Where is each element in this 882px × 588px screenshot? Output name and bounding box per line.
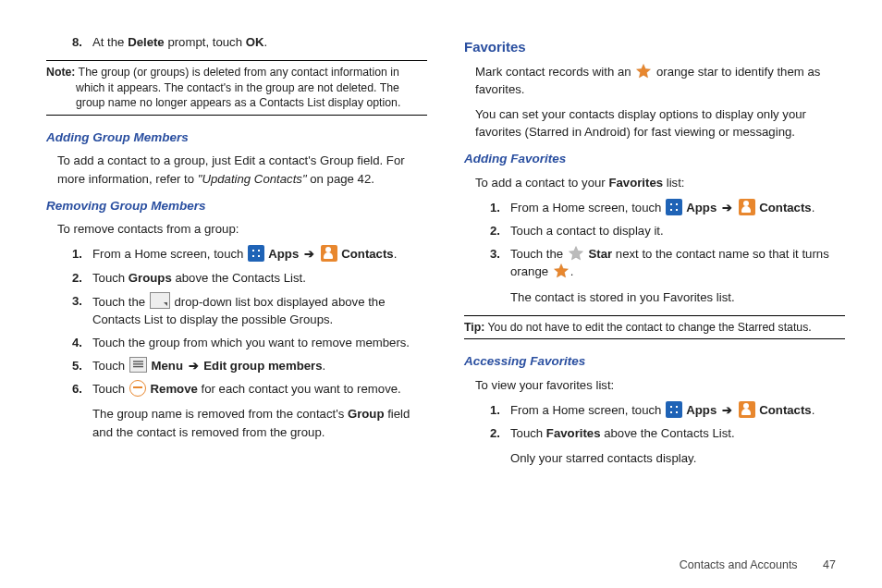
- rem-step-1: 1. From a Home screen, touch Apps ➔ Cont…: [72, 245, 427, 263]
- note-box: Note: The group (or groups) is deleted f…: [46, 60, 427, 116]
- left-column: 8. At the Delete prompt, touch OK. Note:…: [46, 28, 427, 545]
- tip-box: Tip: You do not have to edit the contact…: [464, 315, 845, 340]
- page-number: 47: [823, 558, 836, 571]
- removing-paragraph: To remove contacts from a group:: [57, 220, 427, 238]
- contacts-icon: [739, 401, 755, 418]
- heading-adding-favorites: Adding Favorites: [464, 150, 845, 168]
- star-orange-icon: [635, 63, 652, 80]
- rem-step-5: 5. Touch Menu ➔ Edit group members.: [72, 357, 427, 374]
- contacts-icon: [739, 199, 755, 215]
- footer-section: Contacts and Accounts: [680, 558, 798, 571]
- heading-favorites: Favorites: [464, 37, 845, 57]
- favorites-paragraph-2: You can set your contacts display option…: [475, 105, 845, 141]
- acc-step-1: 1. From a Home screen, touch Apps ➔ Cont…: [490, 401, 845, 419]
- dropdown-icon: [150, 292, 170, 309]
- adding-paragraph: To add a contact to a group, just Edit a…: [57, 152, 427, 187]
- apps-icon: [666, 401, 682, 418]
- addfav-step-3: 3. Touch the Star next to the contact na…: [490, 245, 845, 305]
- step-8: 8. At the Delete prompt, touch OK.: [72, 33, 427, 51]
- heading-accessing-favorites: Accessing Favorites: [464, 352, 845, 371]
- rem-step-4: 4. Touch the group from which you want t…: [72, 334, 427, 351]
- heading-removing-group-members: Removing Group Members: [46, 197, 427, 215]
- rem-step-3: 3. Touch the drop-down list box displaye…: [72, 292, 427, 328]
- right-column: Favorites Mark contact records with an o…: [464, 28, 845, 545]
- menu-icon: [129, 357, 147, 373]
- page-footer: Contacts and Accounts 47: [680, 557, 836, 573]
- apps-icon: [666, 199, 682, 215]
- addfav-step-1: 1. From a Home screen, touch Apps ➔ Cont…: [490, 199, 845, 216]
- star-grey-icon: [568, 245, 584, 262]
- adding-favorites-intro: To add a contact to your Favorites list:: [475, 174, 845, 191]
- apps-icon: [248, 245, 264, 262]
- acc-step-2: 2. Touch Favorites above the Contacts Li…: [490, 424, 845, 467]
- addfav-step-2: 2. Touch a contact to display it.: [490, 222, 845, 239]
- heading-adding-group-members: Adding Group Members: [46, 129, 427, 147]
- accessing-intro: To view your favorites list:: [475, 376, 845, 394]
- remove-icon: [129, 380, 146, 397]
- star-orange-icon: [553, 263, 570, 279]
- contacts-icon: [321, 245, 337, 262]
- rem-step-6: 6. Touch Remove for each contact you wan…: [72, 380, 427, 440]
- favorites-paragraph-1: Mark contact records with an orange star…: [475, 63, 845, 98]
- rem-step-2: 2. Touch Groups above the Contacts List.: [72, 269, 427, 287]
